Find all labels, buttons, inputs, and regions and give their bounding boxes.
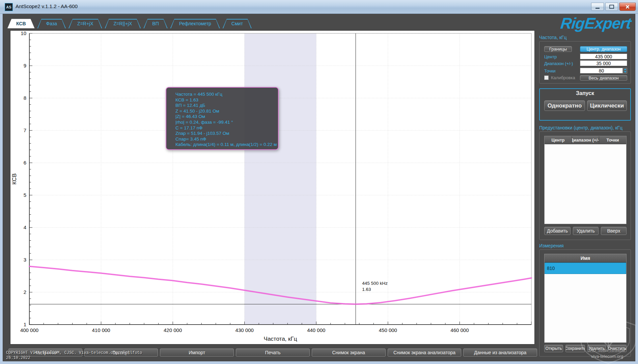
measurements-delete-button[interactable]: Удалить [587, 345, 606, 352]
tooltip-line: C = 17.17 пФ [175, 125, 276, 131]
toolbar-button-screenshot[interactable]: Снимок экрана [312, 348, 386, 357]
frequency-section-label: Частота, кГц [539, 35, 566, 40]
tab-label: Z=R+jX [77, 21, 93, 26]
measurements-table[interactable]: Имя 810 [544, 254, 627, 343]
run-single-button[interactable]: Однократно [544, 100, 585, 111]
tooltip-line: Частота = 445 500 кГц [175, 92, 276, 97]
x-tick-label: 400 000 [20, 327, 38, 333]
presets-up-button[interactable]: Вверх [601, 227, 627, 235]
y-tick-label: 8 [24, 95, 26, 101]
center-span-mode-button[interactable]: Центр, диапазон [580, 46, 627, 52]
rigexpert-logo: RigExpert [535, 14, 632, 32]
tooltip-line: |Z| = 46.43 Ом [175, 114, 276, 120]
presets-table-body[interactable] [545, 144, 626, 224]
measurements-save-button[interactable]: Сохранить [565, 345, 585, 352]
title-bar[interactable]: AS AntScope2 v.1.1.2 - AA-600 [0, 0, 638, 14]
presets-table[interactable]: ЦентрДиапазон (+/-)Точки [544, 136, 627, 224]
measurements-open-button[interactable]: Открыть [544, 345, 563, 352]
x-tick-label: 420 000 [164, 327, 182, 333]
run-cyclic-button[interactable]: Циклически [587, 100, 627, 111]
presets-section-label: Предустановки (центр, диапазон), кГц [539, 125, 622, 130]
y-tick-label: 5 [24, 192, 26, 198]
full-range-button[interactable]: Весь диапазон [580, 75, 627, 81]
y-tick-label: 10 [21, 31, 26, 36]
close-icon [625, 4, 630, 9]
tooltip-line: Z = 41.50 - j20.81 Ом [175, 109, 276, 114]
spinner-down-icon[interactable] [624, 71, 627, 73]
close-button[interactable] [619, 3, 636, 11]
tab-phase[interactable]: Фаза [37, 19, 66, 28]
run-group: Запуск Однократно Циклически [539, 88, 631, 121]
tab-z-parallel[interactable]: Z=R||+jX [105, 19, 141, 28]
app-window: AS AntScope2 v.1.1.2 - AA-600 КСВФазаZ=R… [0, 0, 638, 364]
span-input[interactable] [580, 60, 627, 66]
x-tick-label: 460 000 [450, 327, 469, 333]
presets-column-header[interactable]: Диапазон (+/-) [572, 136, 599, 144]
frequency-settings-group: Границы Центр, диапазон Центр Диапазон (… [539, 41, 631, 84]
toolbar-button-settings[interactable]: Настройки [8, 348, 82, 357]
measurements-clear-button[interactable]: Очистить [608, 345, 627, 352]
presets-column-header[interactable]: Центр [545, 136, 572, 144]
tooltip-line: |rho| = 0.24, фаза = -99.41 ° [175, 120, 276, 125]
y-tick-label: 3 [24, 257, 26, 263]
toolbar-button-export[interactable]: Экспорт [84, 348, 158, 357]
tab-bar: КСВФазаZ=R+jXZ=R||+jXВПРефлектометрСмит [7, 19, 252, 28]
tab-reflectometer[interactable]: Рефлектометр [170, 19, 220, 28]
app-icon-text: AS [6, 5, 11, 9]
presets-column-header[interactable]: Точки [599, 136, 626, 144]
window-title: AntScope2 v.1.1.2 - AA-600 [16, 3, 78, 9]
presets-delete-button[interactable]: Удалить [573, 227, 599, 235]
y-axis-title: КСВ [11, 173, 18, 184]
calibration-label: Калибровка [551, 75, 575, 80]
points-label: Точки [544, 68, 556, 73]
center-input[interactable] [580, 54, 627, 59]
x-axis-title: Частота, кГц [264, 336, 297, 342]
y-tick-label: 9 [24, 63, 26, 68]
window-controls [591, 3, 636, 11]
cursor-swr-label: 1.63 [362, 287, 371, 292]
app-icon: AS [5, 3, 13, 11]
spinner-up-icon[interactable] [624, 68, 627, 70]
tooltip-line: КСВ = 1.63 [175, 97, 276, 103]
tab-label: Смит [231, 21, 243, 26]
minimize-button[interactable] [591, 3, 604, 11]
maximize-icon [609, 5, 614, 9]
y-tick-label: 2 [24, 289, 26, 295]
tab-rl[interactable]: ВП [143, 19, 167, 28]
presets-table-header: ЦентрДиапазон (+/-)Точки [545, 136, 626, 144]
points-spinner[interactable] [623, 68, 627, 73]
tab-z-series[interactable]: Z=R+jX [68, 19, 102, 28]
toolbar-button-analyzer-screenshot[interactable]: Снимок экрана анализатора [388, 348, 462, 357]
y-tick-label: 4 [24, 224, 26, 230]
measurement-row[interactable]: 810 [545, 263, 626, 274]
tab-swr[interactable]: КСВ [7, 19, 35, 28]
measurements-group: Имя 810 ОткрытьСохранитьУдалитьОчистить [539, 249, 631, 357]
maximize-button[interactable] [605, 3, 618, 11]
tooltip-line: Спар= 3.45 пФ [175, 136, 276, 142]
tab-label: Z=R||+jX [114, 21, 132, 26]
bottom-toolbar: НастройкиЭкспортИмпортПечатьСнимок экран… [8, 348, 537, 357]
measurements-table-body[interactable]: 810 [545, 263, 626, 274]
tooltip-line: ВП = 12.41 дБ [175, 103, 276, 109]
span-label: Диапазон (+/-) [544, 61, 573, 66]
x-tick-label: 410 000 [92, 327, 110, 333]
x-tick-label: 450 000 [379, 327, 397, 333]
points-input[interactable] [580, 68, 623, 73]
toolbar-button-analyzer-data[interactable]: Данные из анализатора [463, 348, 537, 357]
tab-smith[interactable]: Смит [223, 19, 252, 28]
y-tick-label: 1 [24, 322, 26, 327]
x-tick-label: 440 000 [307, 327, 325, 333]
bounds-mode-button[interactable]: Границы [544, 46, 572, 52]
presets-add-button[interactable]: Добавить [544, 227, 571, 235]
toolbar-button-print[interactable]: Печать [236, 348, 310, 357]
tab-label: КСВ [16, 21, 26, 26]
highlight-band [245, 33, 316, 325]
minimize-icon [595, 8, 600, 9]
toolbar-button-import[interactable]: Импорт [160, 348, 234, 357]
measurements-table-header: Имя [545, 254, 626, 263]
x-tick-label: 430 000 [235, 327, 254, 333]
tooltip-line: Zпар = 51.94 - j103.57 Ом [175, 131, 276, 136]
swr-chart[interactable]: 400 000410 000420 000430 000440 000450 0… [10, 31, 534, 344]
calibration-checkbox[interactable] [544, 75, 549, 80]
chart-panel[interactable]: 400 000410 000420 000430 000440 000450 0… [10, 30, 535, 344]
